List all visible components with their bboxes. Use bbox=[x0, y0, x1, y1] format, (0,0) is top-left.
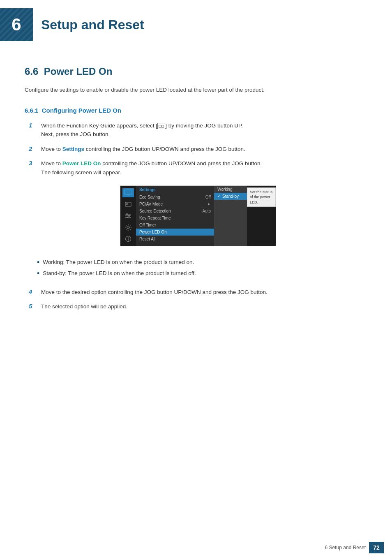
bullet-working: • Working: The power LED is on when the … bbox=[37, 258, 367, 267]
svg-point-12 bbox=[127, 217, 128, 218]
step-2-number: 2 bbox=[29, 145, 41, 152]
step-2-bold: Settings bbox=[62, 146, 84, 152]
svg-point-10 bbox=[126, 213, 128, 215]
checkmark-icon: ✓ bbox=[217, 194, 221, 198]
step-5-number: 5 bbox=[29, 303, 41, 310]
menu-item-source: Source Detection Auto bbox=[136, 208, 214, 215]
submenu-working: Working bbox=[214, 186, 247, 193]
menu-item-off-label: Off Timer bbox=[139, 223, 156, 227]
menu-item-power-label: Power LED On bbox=[139, 230, 167, 234]
step-5-content: The selected option will be applied. bbox=[41, 302, 367, 311]
step-1: 1 When the Function Key Guide appears, s… bbox=[29, 121, 367, 139]
section-title: 6.6 Power LED On bbox=[25, 66, 367, 77]
page-header: 6 Setup and Reset bbox=[0, 0, 392, 49]
chapter-badge: 6 bbox=[0, 8, 33, 41]
step-3-bold: Power LED On bbox=[62, 160, 101, 166]
step-5: 5 The selected option will be applied. bbox=[29, 302, 367, 311]
step-4: 4 Move to the desired option controlling… bbox=[29, 288, 367, 297]
menu-item-reset-all: Reset All bbox=[136, 236, 214, 243]
icon-sliders bbox=[122, 211, 134, 220]
bullet-working-bold: Working bbox=[43, 259, 63, 265]
section-heading: Power LED On bbox=[44, 66, 113, 77]
step-3-number: 3 bbox=[29, 160, 41, 166]
footer-content: 6 Setup and Reset 72 bbox=[325, 542, 384, 553]
menu-item-key-label: Key Repeat Time bbox=[139, 216, 171, 220]
screenshot: Settings Eco Saving Off PC/AV Mode ► Sou… bbox=[120, 185, 276, 246]
step-4-content: Move to the desired option controlling t… bbox=[41, 288, 367, 297]
subsection-heading: Configuring Power LED On bbox=[42, 107, 121, 114]
menu-item-off-timer: Off Timer bbox=[136, 222, 214, 229]
bullet-dot-1: • bbox=[37, 259, 39, 266]
svg-point-16 bbox=[128, 237, 129, 238]
step-3: 3 Move to Power LED On controlling the J… bbox=[29, 159, 367, 177]
bullet-working-text: Working: The power LED is on when the pr… bbox=[43, 258, 194, 267]
steps-list: 1 When the Function Key Guide appears, s… bbox=[25, 121, 367, 311]
menu-item-eco-value: Off bbox=[205, 195, 211, 199]
submenu-working-label: Working bbox=[217, 187, 233, 192]
footer-page-number: 72 bbox=[369, 542, 384, 553]
section-description: Configure the settings to enable or disa… bbox=[25, 86, 367, 95]
svg-rect-0 bbox=[125, 190, 132, 194]
menu-item-pcav: PC/AV Mode ► bbox=[136, 201, 214, 208]
svg-point-13 bbox=[127, 226, 129, 229]
page-title: Setup and Reset bbox=[41, 17, 144, 32]
step-3-content: Move to Power LED On controlling the JOG… bbox=[41, 159, 367, 177]
chapter-number: 6 bbox=[12, 15, 21, 35]
footer-text: 6 Setup and Reset bbox=[325, 545, 366, 550]
step-4-number: 4 bbox=[29, 288, 41, 295]
menu-item-key-repeat: Key Repeat Time bbox=[136, 215, 214, 222]
subsection-title: 6.6.1 Configuring Power LED On bbox=[25, 107, 367, 114]
submenu-panel: Working ✓ Stand-by bbox=[214, 186, 247, 246]
menu-item-pcav-label: PC/AV Mode bbox=[139, 202, 163, 206]
icon-info bbox=[122, 234, 134, 243]
screenshot-container: Settings Eco Saving Off PC/AV Mode ► Sou… bbox=[29, 185, 367, 246]
menu-item-pcav-arrow: ► bbox=[208, 202, 211, 206]
step-2-content: Move to Settings controlling the JOG but… bbox=[41, 145, 367, 154]
icon-bar bbox=[120, 186, 136, 246]
icon-brightness bbox=[122, 200, 134, 209]
step-1-content: When the Function Key Guide appears, sel… bbox=[41, 121, 367, 139]
page-footer: 6 Setup and Reset 72 bbox=[0, 540, 392, 555]
submenu-standby-label: Stand-by bbox=[222, 194, 239, 199]
submenu-standby: ✓ Stand-by bbox=[214, 193, 247, 200]
menu-header: Settings bbox=[136, 186, 214, 194]
menu-item-power-led: Power LED On bbox=[136, 229, 214, 236]
svg-point-11 bbox=[128, 215, 130, 217]
bullet-dot-2: • bbox=[37, 270, 39, 277]
tooltip-box: Set the status of the power LED. bbox=[247, 187, 276, 207]
svg-rect-3 bbox=[125, 202, 131, 206]
bullet-standby-bold: Stand-by bbox=[43, 270, 65, 276]
step-1-number: 1 bbox=[29, 122, 41, 129]
bullet-standby-text: Stand-by: The power LED is on when the p… bbox=[43, 269, 196, 278]
menu-item-eco-label: Eco Saving bbox=[139, 195, 160, 199]
bullet-list: • Working: The power LED is on when the … bbox=[29, 256, 367, 282]
menu-item-eco-saving: Eco Saving Off bbox=[136, 194, 214, 201]
icon-gear bbox=[122, 223, 134, 232]
menu-item-source-value: Auto bbox=[202, 209, 211, 213]
menu-item-reset-label: Reset All bbox=[139, 237, 155, 241]
bullet-standby: • Stand-by: The power LED is on when the… bbox=[37, 269, 367, 278]
step-2: 2 Move to Settings controlling the JOG b… bbox=[29, 145, 367, 154]
subsection-number: 6.6.1 bbox=[25, 107, 38, 114]
main-section: 6.6 Power LED On Configure the settings … bbox=[0, 49, 392, 325]
menu-item-source-label: Source Detection bbox=[139, 209, 171, 213]
section-number: 6.6 bbox=[25, 66, 38, 77]
menu-panel: Settings Eco Saving Off PC/AV Mode ► Sou… bbox=[136, 186, 214, 246]
icon-monitor bbox=[122, 188, 134, 197]
